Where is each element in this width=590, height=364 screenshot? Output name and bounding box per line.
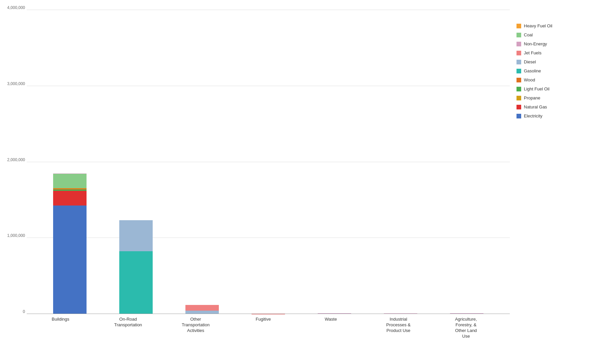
bottom-labels: BuildingsOn-RoadTransportationOtherTrans… (7, 314, 510, 354)
bars-container (27, 10, 510, 314)
legend-label: Heavy Fuel Oil (524, 23, 552, 28)
legend-item: Wood (517, 77, 580, 82)
bar-segment-naturalGas (53, 191, 87, 205)
legend-item: Coal (517, 32, 580, 37)
bar-group-industrial (377, 10, 424, 314)
bar-xlabel-other-transport: OtherTransportationActivities (172, 317, 219, 334)
legend-label: Coal (524, 32, 533, 37)
bar-stack-industrial (384, 301, 417, 314)
bar-xlabel-industrial: IndustrialProcesses &Product Use (375, 317, 422, 334)
bar-stack-waste (318, 298, 351, 314)
y-tick-label: 3,000,000 (7, 81, 25, 86)
legend-item: Jet Fuels (517, 50, 580, 55)
legend-item: Natural Gas (517, 104, 580, 109)
legend-label: Gasoline (524, 68, 541, 73)
legend-color-box (517, 87, 521, 91)
bar-group-waste (311, 10, 358, 314)
legend-color-box (517, 60, 521, 64)
legend-label: Wood (524, 77, 535, 82)
legend-color-box (517, 33, 521, 37)
legend-item: Non-Energy (517, 41, 580, 46)
y-tick-label: 2,000,000 (7, 157, 25, 162)
x-axis-line (27, 314, 510, 314)
legend-color-box (517, 114, 521, 118)
bar-segment-jetFuels (185, 305, 219, 311)
legend-label: Electricity (524, 113, 543, 118)
legend-color-box (517, 69, 521, 73)
chart-container: 01,000,0002,000,0003,000,0004,000,000 Bu… (0, 0, 590, 364)
bar-segment-coal (53, 174, 87, 188)
bar-xlabel-afolu: Agriculture,Forestry, &Other LandUse (443, 317, 489, 339)
legend: Heavy Fuel OilCoalNon-EnergyJet FuelsDie… (510, 10, 583, 122)
bar-xlabel-waste: Waste (307, 317, 354, 322)
y-tick-label: 4,000,000 (7, 5, 25, 10)
bar-group-fugitive (245, 10, 292, 314)
bar-segment-electricity (53, 206, 87, 314)
y-tick-label: 1,000,000 (7, 233, 25, 238)
bar-stack-afolu (450, 300, 483, 314)
bar-segment-gasoline (119, 251, 153, 314)
legend-label: Diesel (524, 59, 536, 64)
chart-area: 01,000,0002,000,0003,000,0004,000,000 Bu… (0, 10, 510, 354)
bar-xlabel-fugitive: Fugitive (240, 317, 287, 322)
legend-item: Light Fuel Oil (517, 86, 580, 91)
bar-xlabel-buildings: Buildings (37, 317, 84, 322)
bar-xlabel-on-road: On-RoadTransportation (105, 317, 151, 328)
bar-group-on-road (113, 10, 159, 314)
plot-area: 01,000,0002,000,0003,000,0004,000,000 (7, 10, 510, 314)
legend-color-box (517, 96, 521, 100)
legend-item: Diesel (517, 59, 580, 64)
legend-color-box (517, 42, 521, 46)
legend-color-box (517, 51, 521, 55)
y-axis-label (0, 10, 7, 354)
y-tick-label: 0 (23, 309, 25, 314)
legend-color-box (517, 105, 521, 109)
legend-item: Electricity (517, 113, 580, 118)
bar-group-buildings (46, 10, 93, 314)
bar-segment-diesel (119, 220, 153, 251)
legend-item: Gasoline (517, 68, 580, 73)
bar-stack-other-transport (185, 262, 219, 314)
bar-stack-on-road (119, 145, 153, 314)
bar-stack-buildings (53, 107, 87, 314)
legend-color-box (517, 24, 521, 28)
legend-label: Light Fuel Oil (524, 86, 550, 91)
bar-stack-fugitive (252, 308, 285, 314)
legend-label: Jet Fuels (524, 50, 542, 55)
bar-group-other-transport (179, 10, 226, 314)
legend-item: Propane (517, 95, 580, 100)
legend-label: Propane (524, 95, 540, 100)
legend-color-box (517, 78, 521, 82)
legend-label: Natural Gas (524, 104, 547, 109)
chart-inner: 01,000,0002,000,0003,000,0004,000,000 Bu… (7, 10, 510, 354)
bar-group-afolu (443, 10, 490, 314)
legend-item: Heavy Fuel Oil (517, 23, 580, 28)
legend-label: Non-Energy (524, 41, 547, 46)
